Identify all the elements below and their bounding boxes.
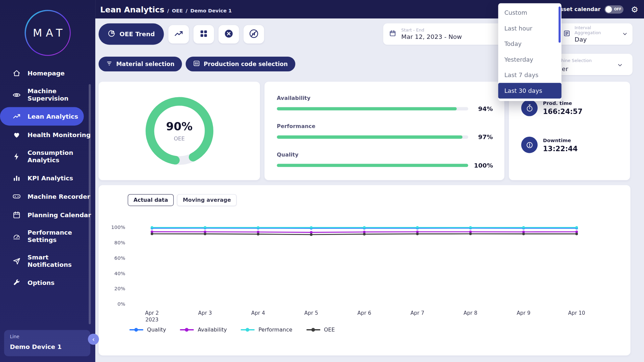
tab-moving-average[interactable]: Moving average — [177, 194, 237, 206]
sidebar-nav: Homepage Machine Supervision Lean Analyt… — [0, 64, 95, 292]
progress-track — [277, 107, 468, 111]
dropdown-item-custom[interactable]: Custom — [498, 5, 561, 21]
line-chart-icon — [12, 112, 21, 121]
sidebar-item-label: Options — [28, 279, 54, 286]
sidebar-item-label: Machine Supervision — [28, 87, 91, 102]
svg-text:Apr 3: Apr 3 — [198, 310, 212, 316]
legend-marker — [241, 329, 255, 330]
chart-tabs: Actual data Moving average — [128, 194, 631, 206]
sidebar-item-performance-settings[interactable]: Performance Settings — [0, 224, 95, 249]
svg-text:Apr 10: Apr 10 — [568, 310, 585, 316]
svg-text:40%: 40% — [114, 270, 125, 276]
svg-text:0%: 0% — [117, 301, 125, 307]
metric-performance: Performance 97% — [277, 123, 493, 141]
asset-calendar-toggle[interactable]: OFF — [605, 5, 624, 13]
material-selection-label: Material selection — [116, 61, 175, 67]
stat-value: 166:24:57 — [543, 107, 583, 115]
speedometer-icon — [12, 232, 21, 241]
paper-plane-icon — [12, 257, 21, 265]
metric-quality: Quality 100% — [277, 152, 493, 169]
sidebar-item-lean-analytics[interactable]: Lean Analytics — [0, 107, 84, 126]
breadcrumb-device: Demo Device 1 — [191, 8, 232, 13]
device-type-label: Line — [10, 334, 85, 340]
sidebar-item-options[interactable]: Options — [0, 274, 95, 292]
sidebar-item-smart-notifications[interactable]: Smart Notifications — [0, 249, 95, 273]
breadcrumb-section: OEE — [172, 8, 183, 13]
oee-trend-button[interactable]: OEE Trend — [99, 23, 164, 45]
dropdown-item-last-hour[interactable]: Last hour — [498, 20, 561, 36]
filter-lines-icon — [106, 60, 113, 68]
device-name: Demo Device 1 — [10, 343, 85, 351]
clear-selection-button[interactable] — [218, 25, 239, 43]
legend-label: Availability — [198, 327, 227, 333]
legend-item[interactable]: Performance — [241, 327, 292, 333]
material-selection-button[interactable]: Material selection — [99, 57, 182, 71]
sidebar-item-planning-calendar[interactable]: Planning Calendar — [0, 205, 95, 224]
toggle-state-label: OFF — [614, 7, 622, 11]
recorder-icon — [12, 192, 21, 201]
wrench-icon — [12, 278, 21, 287]
chevron-down-icon — [622, 30, 628, 38]
legend-item[interactable]: Quality — [129, 327, 166, 333]
dropdown-scrollbar[interactable] — [558, 7, 560, 43]
svg-text:2023: 2023 — [146, 317, 159, 323]
heart-icon — [12, 130, 21, 139]
stat-value: 13:22:44 — [543, 144, 578, 152]
sidebar-item-label: Smart Notifications — [28, 254, 91, 268]
date-range-label: Start - End — [401, 27, 462, 33]
sidebar-item-consumption-analytics[interactable]: Consumption Analytics — [0, 144, 95, 169]
legend-item[interactable]: OEE — [306, 327, 335, 333]
gear-icon[interactable]: ⚙ — [631, 5, 638, 13]
metric-percent: 100% — [474, 162, 493, 169]
oee-gauge-label: OEE — [174, 135, 185, 141]
svg-text:Apr 7: Apr 7 — [411, 310, 424, 316]
app-logo: MAT — [0, 0, 95, 62]
asset-calendar-label: Asset calendar — [556, 6, 600, 12]
date-range-value: Mar 12, 2023 - Now — [401, 33, 462, 41]
breadcrumb: Lean Analytics / OEE / Demo Device 1 — [100, 5, 232, 14]
sidebar-item-label: Machine Recorder — [28, 193, 90, 200]
sidebar-item-homepage[interactable]: Homepage — [0, 64, 95, 82]
stat-label: Prod. time — [543, 100, 583, 106]
oee-metrics-card: Availability 94% Performance 97% — [265, 82, 504, 180]
svg-text:100%: 100% — [111, 224, 125, 230]
dropdown-item-yesterday[interactable]: Yesterday — [498, 52, 561, 67]
sidebar-item-kpi-analytics[interactable]: KPI Analytics — [0, 169, 95, 187]
trend-view-button[interactable] — [168, 25, 189, 43]
bolt-icon — [12, 152, 21, 161]
grid-view-button[interactable] — [194, 25, 214, 43]
grid-icon — [199, 29, 208, 39]
sidebar-scrollbar[interactable] — [89, 84, 91, 324]
device-card[interactable]: Line Demo Device 1 — [4, 330, 90, 356]
svg-text:Apr 2: Apr 2 — [145, 310, 159, 316]
content: OEE Trend Start - End Mar 12, 2023 - Now — [95, 18, 644, 362]
sidebar-collapse-button[interactable]: ‹ — [88, 334, 99, 345]
legend-item[interactable]: Availability — [180, 327, 227, 333]
svg-text:60%: 60% — [114, 255, 125, 261]
breadcrumb-separator: / — [167, 8, 169, 13]
main-area: Lean Analytics / OEE / Demo Device 1 Ass… — [95, 0, 644, 362]
interval-label: Interval Aggregation — [575, 25, 618, 35]
dropdown-item-today[interactable]: Today — [498, 36, 561, 52]
sidebar-item-machine-supervision[interactable]: Machine Supervision — [0, 82, 95, 107]
sidebar-item-machine-recorder[interactable]: Machine Recorder — [0, 187, 95, 205]
calendar-start-icon — [389, 29, 396, 39]
dropdown-item-last-30-days[interactable]: Last 30 days — [498, 83, 561, 99]
svg-text:Apr 4: Apr 4 — [251, 310, 265, 316]
interval-value: Day — [575, 36, 618, 43]
pie-chart-icon — [108, 29, 115, 39]
tab-actual-data[interactable]: Actual data — [128, 194, 174, 206]
barcode-icon — [193, 60, 200, 68]
toggle-knob — [605, 6, 612, 13]
oee-gauge-card: 90% OEE — [99, 82, 260, 180]
dropdown-item-last-7-days[interactable]: Last 7 days — [498, 67, 561, 83]
app: MAT Homepage Machine Supervision Lean An… — [0, 0, 644, 362]
top-header: Lean Analytics / OEE / Demo Device 1 Ass… — [95, 0, 644, 18]
metric-percent: 94% — [474, 105, 493, 112]
no-chart-button[interactable] — [244, 25, 264, 43]
metric-percent: 97% — [474, 133, 493, 141]
sidebar-item-health-monitoring[interactable]: Health Monitoring — [0, 126, 95, 144]
chart-slash-icon — [249, 28, 259, 40]
production-code-selection-button[interactable]: Production code selection — [185, 57, 295, 71]
interval-aggregation-select[interactable]: Interval Aggregation Day — [558, 23, 633, 45]
